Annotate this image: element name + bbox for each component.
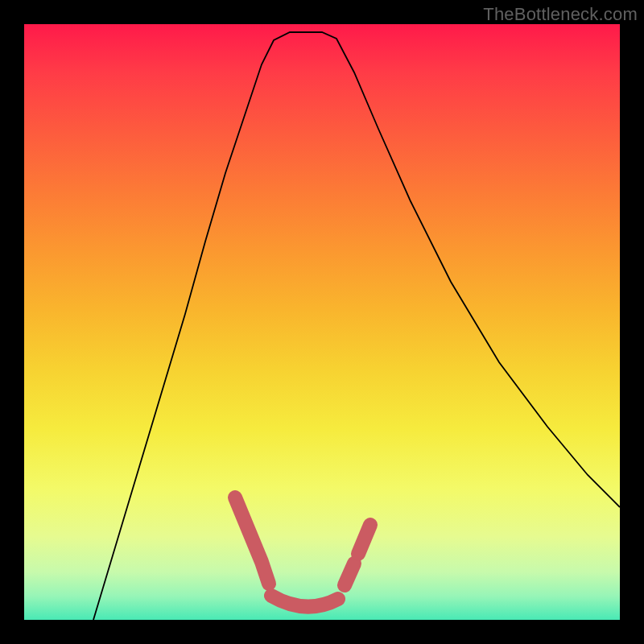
valley-floor-segment	[271, 596, 338, 607]
valley-right-dash-1	[345, 564, 354, 585]
watermark-text: TheBottleneck.com	[483, 4, 638, 25]
outer-black-frame: TheBottleneck.com	[0, 0, 644, 644]
chart-gradient-area	[24, 24, 620, 620]
valley-highlight-group	[235, 497, 370, 607]
valley-left-segment	[235, 497, 269, 584]
bottleneck-curve	[93, 32, 620, 620]
chart-svg	[24, 24, 620, 620]
valley-right-dash-2	[358, 525, 370, 554]
